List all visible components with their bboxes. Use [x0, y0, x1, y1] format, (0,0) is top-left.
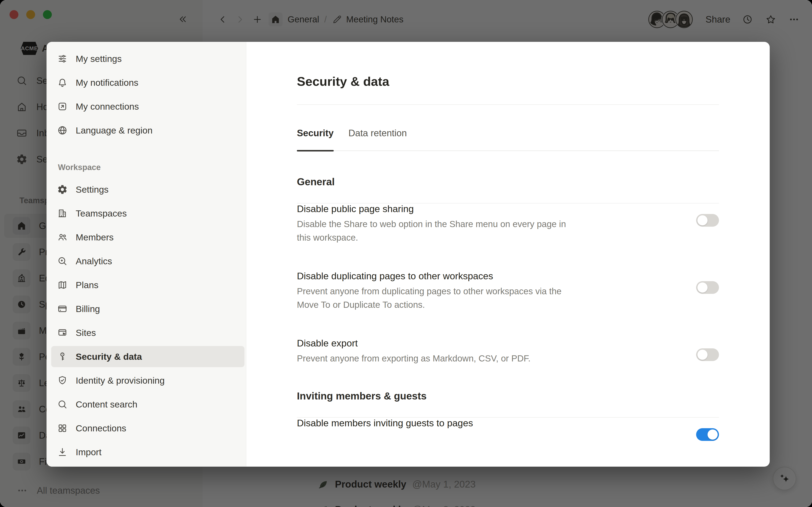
settings-nav-content-search[interactable]: Content search	[51, 394, 245, 415]
toggle-knob	[708, 430, 718, 440]
settings-nav-my-settings[interactable]: My settings	[51, 48, 245, 69]
grid-icon	[57, 423, 68, 434]
settings-nav-billing[interactable]: Billing	[51, 298, 245, 320]
setting-disable-duplicating-pages-to-other-workspaces: Disable duplicating pages to other works…	[297, 271, 719, 312]
search-icon	[57, 399, 68, 410]
settings-nav-connections[interactable]: Connections	[51, 418, 245, 439]
settings-nav-label: Security & data	[76, 351, 142, 362]
toggle-knob	[697, 282, 708, 293]
settings-nav-language-region[interactable]: Language & region	[51, 120, 245, 141]
settings-nav-label: My notifications	[76, 77, 138, 88]
import-icon	[57, 447, 68, 457]
settings-dialog: My settings My notifications My connecti…	[47, 42, 770, 467]
toggle-knob	[697, 350, 708, 360]
section-header: General	[297, 176, 719, 187]
setting-title: Disable export	[297, 338, 530, 349]
setting-title: Disable public page sharing	[297, 204, 576, 214]
sites-icon	[57, 327, 68, 338]
toggle-knob	[697, 215, 708, 225]
settings-nav-label: My settings	[76, 54, 121, 64]
settings-nav-label: Connections	[76, 423, 126, 434]
settings-content: Security & data SecurityData retention G…	[246, 42, 770, 467]
app-window: ACME Acme Search Home Inbox Settings Tea…	[0, 0, 812, 507]
settings-nav-label: Plans	[76, 280, 99, 290]
settings-nav-label: Sites	[76, 328, 96, 338]
setting-description: Prevent anyone from exporting as Markdow…	[297, 352, 530, 365]
setting-disable-public-page-sharing: Disable public page sharing Disable the …	[297, 204, 719, 244]
settings-nav-sites[interactable]: Sites	[51, 322, 245, 343]
toggle-disable-export[interactable]	[696, 348, 719, 361]
settings-nav-label: Language & region	[76, 125, 152, 135]
settings-nav-label: Identity & provisioning	[76, 376, 165, 386]
settings-nav-plans[interactable]: Plans	[51, 274, 245, 295]
settings-nav-members[interactable]: Members	[51, 227, 245, 248]
settings-nav-label: Members	[76, 232, 113, 242]
tab-security[interactable]: Security	[297, 128, 334, 151]
divider	[297, 104, 719, 105]
settings-nav-label: Import	[76, 447, 101, 457]
key-icon	[57, 351, 68, 362]
settings-tabs: SecurityData retention	[297, 128, 719, 151]
workspace-section-header: Workspace	[58, 161, 246, 173]
setting-disable-members-inviting-guests-to-pages: Disable members inviting guests to pages	[297, 418, 719, 441]
bell-icon	[57, 77, 68, 88]
arrow-box-icon	[57, 101, 68, 112]
settings-nav-label: Teamspaces	[76, 208, 126, 219]
settings-nav-import[interactable]: Import	[51, 442, 245, 463]
setting-title: Disable duplicating pages to other works…	[297, 271, 576, 282]
section-inviting-members-guests: Inviting members & guests Disable member…	[297, 391, 719, 441]
setting-description: Prevent anyone from duplicating pages to…	[297, 285, 576, 312]
setting-disable-export: Disable export Prevent anyone from expor…	[297, 338, 719, 365]
settings-sections: General Disable public page sharing Disa…	[297, 176, 719, 441]
map-icon	[57, 280, 68, 290]
section-general: General Disable public page sharing Disa…	[297, 176, 719, 365]
settings-sidebar: My settings My notifications My connecti…	[47, 42, 246, 467]
settings-nav-label: Content search	[76, 399, 138, 410]
toggle-disable-public-page-sharing[interactable]	[696, 214, 719, 227]
members-icon	[57, 232, 68, 242]
settings-nav-security-data[interactable]: Security & data	[51, 346, 245, 367]
globe-icon	[57, 125, 68, 135]
section-header: Inviting members & guests	[297, 391, 719, 402]
settings-nav-settings[interactable]: Settings	[51, 179, 245, 200]
gear-icon	[57, 184, 68, 195]
settings-nav-analytics[interactable]: Analytics	[51, 250, 245, 272]
settings-nav-label: My connections	[76, 101, 139, 112]
toggle-disable-members-inviting-guests-to-pages[interactable]	[696, 428, 719, 441]
settings-nav-label: Billing	[76, 304, 100, 314]
setting-description: Disable the Share to web option in the S…	[297, 217, 576, 244]
setting-title: Disable members inviting guests to pages	[297, 418, 473, 429]
settings-page-title: Security & data	[297, 75, 719, 88]
settings-nav-label: Settings	[76, 184, 108, 195]
card-icon	[57, 303, 68, 314]
analytics-icon	[57, 256, 68, 266]
shield-icon	[57, 375, 68, 386]
settings-nav-label: Analytics	[76, 256, 112, 266]
tab-data-retention[interactable]: Data retention	[349, 128, 407, 151]
sliders-icon	[57, 53, 68, 64]
settings-nav-my-connections[interactable]: My connections	[51, 96, 245, 117]
toggle-disable-duplicating-pages-to-other-workspaces[interactable]	[696, 281, 719, 294]
building-icon	[57, 208, 68, 219]
settings-nav-my-notifications[interactable]: My notifications	[51, 72, 245, 93]
settings-nav-teamspaces[interactable]: Teamspaces	[51, 203, 245, 224]
settings-nav-identity-provisioning[interactable]: Identity & provisioning	[51, 370, 245, 391]
